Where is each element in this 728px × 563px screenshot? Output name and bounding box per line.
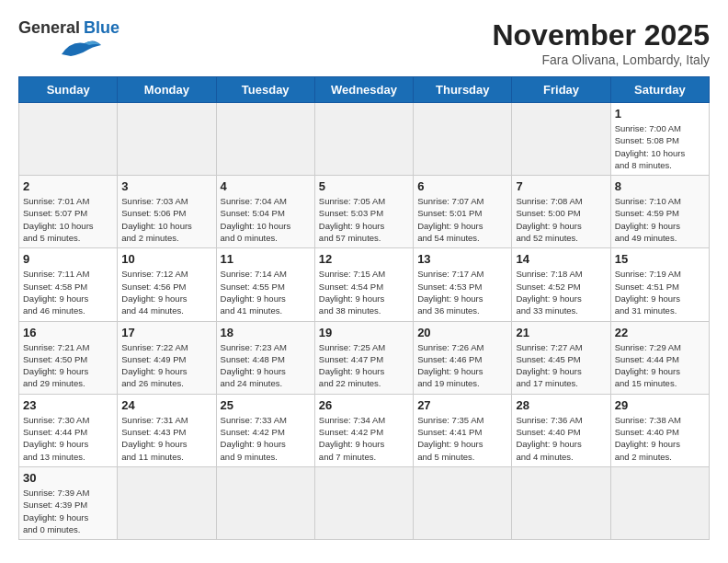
day-number: 19 [319, 326, 409, 339]
day-info: Sunrise: 7:33 AM Sunset: 4:42 PM Dayligh… [221, 414, 311, 463]
day-number: 5 [319, 179, 409, 193]
logo-text-general: General [18, 18, 80, 38]
day-number: 13 [417, 252, 507, 266]
calendar-week-row: 16Sunrise: 7:21 AM Sunset: 4:50 PM Dayli… [19, 321, 710, 394]
day-info: Sunrise: 7:08 AM Sunset: 5:00 PM Dayligh… [516, 195, 606, 244]
calendar-cell: 18Sunrise: 7:23 AM Sunset: 4:48 PM Dayli… [216, 321, 314, 394]
day-number: 7 [516, 179, 606, 193]
day-number: 12 [319, 252, 409, 266]
calendar-cell: 11Sunrise: 7:14 AM Sunset: 4:55 PM Dayli… [216, 248, 314, 321]
calendar-cell: 17Sunrise: 7:22 AM Sunset: 4:49 PM Dayli… [118, 321, 216, 394]
day-number: 1 [615, 107, 705, 121]
day-number: 11 [221, 252, 311, 266]
calendar-cell: 27Sunrise: 7:35 AM Sunset: 4:41 PM Dayli… [414, 394, 512, 466]
day-number: 28 [516, 398, 606, 412]
day-info: Sunrise: 7:18 AM Sunset: 4:52 PM Dayligh… [516, 268, 606, 316]
day-info: Sunrise: 7:39 AM Sunset: 4:39 PM Dayligh… [23, 487, 113, 535]
day-info: Sunrise: 7:30 AM Sunset: 4:44 PM Dayligh… [23, 414, 113, 463]
calendar-cell: 12Sunrise: 7:15 AM Sunset: 4:54 PM Dayli… [314, 248, 413, 321]
calendar-cell [19, 103, 118, 176]
calendar-cell: 25Sunrise: 7:33 AM Sunset: 4:42 PM Dayli… [216, 394, 314, 466]
day-header-tuesday: Tuesday [216, 77, 314, 103]
calendar-cell [512, 466, 610, 539]
calendar-cell: 13Sunrise: 7:17 AM Sunset: 4:53 PM Dayli… [414, 248, 512, 321]
day-number: 21 [516, 326, 606, 339]
day-info: Sunrise: 7:01 AM Sunset: 5:07 PM Dayligh… [23, 195, 113, 244]
day-info: Sunrise: 7:04 AM Sunset: 5:04 PM Dayligh… [221, 195, 311, 244]
day-info: Sunrise: 7:25 AM Sunset: 4:47 PM Dayligh… [319, 341, 409, 390]
calendar-cell: 19Sunrise: 7:25 AM Sunset: 4:47 PM Dayli… [314, 321, 413, 394]
day-number: 22 [615, 326, 705, 339]
calendar-cell: 22Sunrise: 7:29 AM Sunset: 4:44 PM Dayli… [610, 321, 709, 394]
day-number: 27 [417, 398, 507, 412]
location-subtitle: Fara Olivana, Lombardy, Italy [492, 52, 710, 67]
day-header-monday: Monday [118, 77, 216, 103]
day-info: Sunrise: 7:27 AM Sunset: 4:45 PM Dayligh… [516, 341, 606, 390]
day-info: Sunrise: 7:23 AM Sunset: 4:48 PM Dayligh… [221, 341, 311, 390]
day-info: Sunrise: 7:31 AM Sunset: 4:43 PM Dayligh… [121, 414, 211, 463]
logo-text-blue: Blue [84, 18, 119, 38]
day-info: Sunrise: 7:15 AM Sunset: 4:54 PM Dayligh… [319, 268, 409, 316]
day-header-friday: Friday [512, 77, 610, 103]
calendar-cell: 1Sunrise: 7:00 AM Sunset: 5:08 PM Daylig… [610, 103, 709, 176]
day-number: 8 [615, 179, 705, 193]
day-header-wednesday: Wednesday [314, 77, 413, 103]
calendar-header-row: SundayMondayTuesdayWednesdayThursdayFrid… [19, 77, 710, 103]
day-info: Sunrise: 7:38 AM Sunset: 4:40 PM Dayligh… [615, 414, 705, 463]
day-header-sunday: Sunday [19, 77, 118, 103]
calendar-cell [512, 103, 610, 176]
day-info: Sunrise: 7:11 AM Sunset: 4:58 PM Dayligh… [23, 268, 113, 316]
calendar-cell: 15Sunrise: 7:19 AM Sunset: 4:51 PM Dayli… [610, 248, 709, 321]
calendar-cell: 26Sunrise: 7:34 AM Sunset: 4:42 PM Dayli… [314, 394, 413, 466]
calendar-cell [216, 103, 314, 176]
day-info: Sunrise: 7:10 AM Sunset: 4:59 PM Dayligh… [615, 195, 705, 244]
calendar-cell: 7Sunrise: 7:08 AM Sunset: 5:00 PM Daylig… [512, 176, 610, 248]
calendar-week-row: 2Sunrise: 7:01 AM Sunset: 5:07 PM Daylig… [19, 176, 710, 248]
calendar-cell: 24Sunrise: 7:31 AM Sunset: 4:43 PM Dayli… [118, 394, 216, 466]
calendar-cell [610, 466, 709, 539]
day-number: 2 [23, 179, 113, 193]
day-number: 18 [221, 326, 311, 339]
day-info: Sunrise: 7:26 AM Sunset: 4:46 PM Dayligh… [417, 341, 507, 390]
calendar-cell: 20Sunrise: 7:26 AM Sunset: 4:46 PM Dayli… [414, 321, 512, 394]
day-number: 10 [121, 252, 211, 266]
day-info: Sunrise: 7:36 AM Sunset: 4:40 PM Dayligh… [516, 414, 606, 463]
day-number: 17 [121, 326, 211, 339]
day-info: Sunrise: 7:00 AM Sunset: 5:08 PM Dayligh… [615, 122, 705, 171]
calendar-cell [216, 466, 314, 539]
day-number: 9 [23, 252, 113, 266]
day-number: 26 [319, 398, 409, 412]
calendar-week-row: 30Sunrise: 7:39 AM Sunset: 4:39 PM Dayli… [19, 466, 710, 539]
calendar-cell [118, 103, 216, 176]
day-info: Sunrise: 7:12 AM Sunset: 4:56 PM Dayligh… [121, 268, 211, 316]
day-number: 24 [121, 398, 211, 412]
calendar-cell: 16Sunrise: 7:21 AM Sunset: 4:50 PM Dayli… [19, 321, 118, 394]
day-number: 30 [23, 471, 113, 485]
day-info: Sunrise: 7:05 AM Sunset: 5:03 PM Dayligh… [319, 195, 409, 244]
calendar-week-row: 23Sunrise: 7:30 AM Sunset: 4:44 PM Dayli… [19, 394, 710, 466]
day-number: 29 [615, 398, 705, 412]
logo-bird-icon [57, 36, 103, 63]
calendar-cell [314, 466, 413, 539]
calendar-cell: 4Sunrise: 7:04 AM Sunset: 5:04 PM Daylig… [216, 176, 314, 248]
day-number: 16 [23, 326, 113, 339]
calendar-cell: 3Sunrise: 7:03 AM Sunset: 5:06 PM Daylig… [118, 176, 216, 248]
day-header-saturday: Saturday [610, 77, 709, 103]
day-header-thursday: Thursday [414, 77, 512, 103]
day-info: Sunrise: 7:22 AM Sunset: 4:49 PM Dayligh… [121, 341, 211, 390]
logo: General Blue [18, 18, 119, 63]
calendar-cell: 21Sunrise: 7:27 AM Sunset: 4:45 PM Dayli… [512, 321, 610, 394]
calendar-cell [118, 466, 216, 539]
day-info: Sunrise: 7:35 AM Sunset: 4:41 PM Dayligh… [417, 414, 507, 463]
calendar-cell: 8Sunrise: 7:10 AM Sunset: 4:59 PM Daylig… [610, 176, 709, 248]
day-number: 6 [417, 179, 507, 193]
calendar-cell: 5Sunrise: 7:05 AM Sunset: 5:03 PM Daylig… [314, 176, 413, 248]
calendar-cell: 28Sunrise: 7:36 AM Sunset: 4:40 PM Dayli… [512, 394, 610, 466]
day-info: Sunrise: 7:34 AM Sunset: 4:42 PM Dayligh… [319, 414, 409, 463]
calendar-cell: 23Sunrise: 7:30 AM Sunset: 4:44 PM Dayli… [19, 394, 118, 466]
calendar-cell: 6Sunrise: 7:07 AM Sunset: 5:01 PM Daylig… [414, 176, 512, 248]
calendar-cell [314, 103, 413, 176]
day-info: Sunrise: 7:07 AM Sunset: 5:01 PM Dayligh… [417, 195, 507, 244]
day-info: Sunrise: 7:29 AM Sunset: 4:44 PM Dayligh… [615, 341, 705, 390]
calendar-week-row: 9Sunrise: 7:11 AM Sunset: 4:58 PM Daylig… [19, 248, 710, 321]
